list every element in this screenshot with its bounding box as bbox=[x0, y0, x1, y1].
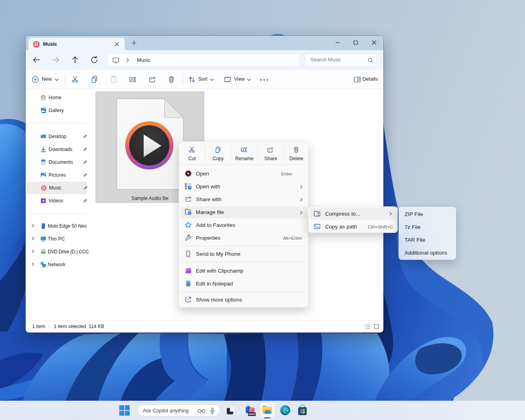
svg-text:A: A bbox=[242, 148, 245, 152]
svg-text:A: A bbox=[131, 77, 133, 82]
svg-text:M365: M365 bbox=[248, 413, 255, 416]
